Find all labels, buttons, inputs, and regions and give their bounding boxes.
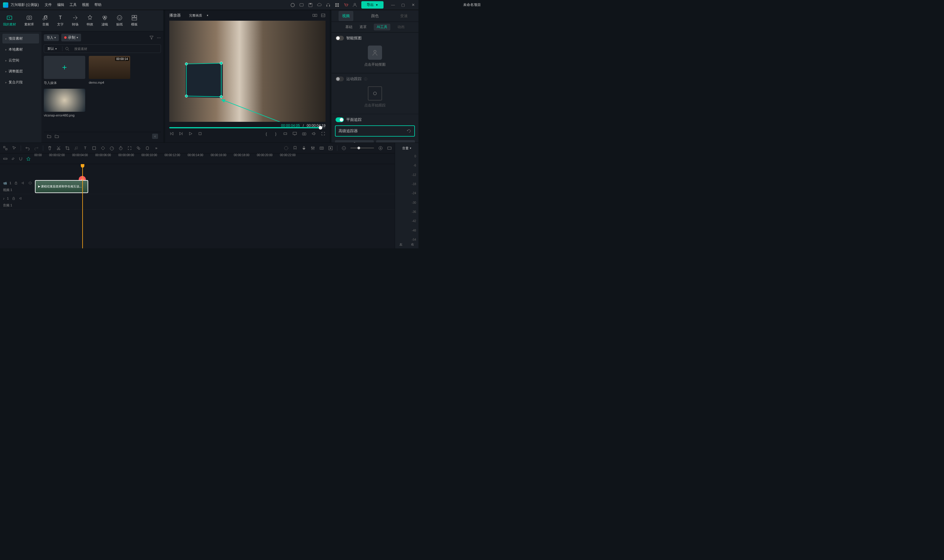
subtab-anim[interactable]: 动画 <box>398 25 404 29</box>
track-lock-icon[interactable] <box>14 181 19 185</box>
reset-tracker-icon[interactable] <box>407 129 411 133</box>
planar-tracking-toggle[interactable] <box>336 117 344 122</box>
subtab-mask[interactable]: 遮罩 <box>359 25 367 29</box>
cut-icon[interactable] <box>56 146 61 151</box>
sidebar-item-adjust[interactable]: ▸调整图层 <box>2 66 39 76</box>
undo-icon[interactable] <box>25 146 30 151</box>
compare-icon[interactable] <box>313 13 317 18</box>
track-add-icon[interactable] <box>3 156 8 161</box>
video-clip[interactable]: 课程结束后老师和学生相互说... <box>35 180 88 193</box>
redo-icon[interactable] <box>34 146 39 151</box>
render-icon[interactable] <box>328 146 333 151</box>
progress-knob[interactable] <box>319 126 322 129</box>
tab-text[interactable]: T文字 <box>57 14 63 27</box>
stop-icon[interactable] <box>198 131 202 136</box>
zoom-slider[interactable] <box>350 148 374 148</box>
more-tl-icon[interactable]: » <box>154 146 159 151</box>
screen-icon[interactable] <box>299 3 304 8</box>
ratio-icon[interactable] <box>283 131 288 136</box>
export-button[interactable]: 导出▼ <box>361 1 384 9</box>
auto-icon[interactable] <box>26 156 31 161</box>
snapshot-icon[interactable] <box>321 13 325 18</box>
tab-stock[interactable]: 素材库 <box>24 14 34 27</box>
zoom-fit-icon[interactable] <box>387 146 392 151</box>
playhead-head-icon[interactable] <box>81 164 84 168</box>
delete-tracker-button[interactable] <box>335 140 374 143</box>
prop-tab-video[interactable]: 视频 <box>339 11 353 21</box>
next-frame-icon[interactable] <box>179 131 184 136</box>
menu-file[interactable]: 文件 <box>45 2 52 8</box>
prop-tab-speed[interactable]: 变速 <box>396 11 411 21</box>
menu-edit[interactable]: 编辑 <box>57 2 64 8</box>
search-input[interactable] <box>72 46 160 52</box>
zoom-in-icon[interactable] <box>378 146 383 151</box>
motion-tracking-toggle[interactable] <box>336 77 344 81</box>
record-icon[interactable] <box>290 3 295 8</box>
camera-icon[interactable] <box>302 131 307 136</box>
tab-stickers[interactable]: 贴纸 <box>116 14 123 27</box>
speed-icon[interactable] <box>110 146 114 151</box>
grid-icon[interactable] <box>319 146 324 151</box>
shape-icon[interactable] <box>92 146 96 151</box>
more-icon[interactable]: ⋯ <box>156 35 161 40</box>
mark-in-icon[interactable]: { <box>264 131 269 136</box>
delete-icon[interactable] <box>47 146 52 151</box>
user-icon[interactable] <box>352 3 357 8</box>
prev-frame-icon[interactable] <box>169 131 174 136</box>
marker-icon[interactable] <box>293 146 298 151</box>
color-icon[interactable] <box>284 146 288 151</box>
mic-icon[interactable] <box>302 146 306 151</box>
import-media-tile[interactable]: + 导入媒体 <box>44 56 85 85</box>
maximize-icon[interactable]: ▢ <box>401 3 406 8</box>
collapse-icon[interactable]: ‹ <box>152 134 158 139</box>
mixer-icon[interactable] <box>310 146 315 151</box>
tab-effects[interactable]: 特效 <box>87 14 93 27</box>
timer-icon[interactable] <box>118 146 123 151</box>
tab-filters[interactable]: 滤镜 <box>102 14 108 27</box>
sort-dropdown[interactable]: 默认 ▾ <box>45 45 60 52</box>
cart-icon[interactable] <box>344 3 348 8</box>
quality-dropdown[interactable]: 完整画质 ▾ <box>186 12 211 19</box>
mark-out-icon[interactable]: } <box>273 131 278 136</box>
mask-icon[interactable] <box>145 146 150 151</box>
text-icon[interactable]: T <box>83 146 88 151</box>
tab-transition[interactable]: 转场 <box>72 14 79 27</box>
crop-icon[interactable] <box>65 146 70 151</box>
audio-lock-icon[interactable] <box>11 196 16 201</box>
apps-icon[interactable] <box>335 3 339 8</box>
sidebar-item-local[interactable]: ▸本地素材 <box>2 45 39 54</box>
sidebar-item-project[interactable]: ▸项目素材 <box>2 34 39 43</box>
subtab-ai[interactable]: AI工具 <box>374 24 390 31</box>
display-icon[interactable] <box>292 131 297 136</box>
audio-mute-icon[interactable] <box>19 196 23 201</box>
track-eye-icon[interactable] <box>28 181 32 185</box>
prop-tab-color[interactable]: 颜色 <box>367 11 383 21</box>
tab-audio[interactable]: 音频 <box>42 14 49 27</box>
magnet-icon[interactable] <box>19 156 23 161</box>
menu-help[interactable]: 帮助 <box>94 2 102 8</box>
preview-viewport[interactable] <box>169 21 325 122</box>
import-dropdown[interactable]: 导入 ▾ <box>44 34 59 41</box>
record-dropdown[interactable]: 录制 ▾ <box>61 34 81 42</box>
cutout-icon[interactable] <box>368 46 382 60</box>
volume-icon[interactable] <box>311 131 316 136</box>
headphones-icon[interactable] <box>326 3 330 8</box>
link-icon[interactable] <box>11 156 15 161</box>
tab-my-media[interactable]: 我的素材 <box>3 14 16 27</box>
tracker-handle-bl[interactable] <box>185 94 188 97</box>
tl-pointer-icon[interactable] <box>12 146 17 151</box>
menu-tools[interactable]: 工具 <box>69 2 77 8</box>
timeline-ruler[interactable]: 00:00 00:00:02:00 00:00:04:00 00:00:06:0… <box>34 154 395 164</box>
sidebar-item-cloud[interactable]: ▸云空间 <box>2 55 39 65</box>
advanced-tracker-row[interactable]: 高级追踪器 <box>335 125 415 137</box>
smart-cutout-toggle[interactable] <box>336 36 344 40</box>
tracker-handle-tl[interactable] <box>185 62 188 65</box>
tracking-target-icon[interactable] <box>368 86 382 100</box>
playhead[interactable] <box>82 164 83 248</box>
track-mute-icon[interactable] <box>21 181 25 185</box>
timeline-tracks[interactable]: 📹1 视频 1 课程结束后老师和学生相互说... <box>0 164 395 248</box>
media-item-vlcsnap[interactable]: vlcsnap-error480.png <box>44 89 85 117</box>
media-item-demo[interactable]: 00:00:14 demo.mp4 <box>89 56 130 85</box>
expand-icon[interactable] <box>127 146 132 151</box>
preview-progress[interactable] <box>169 127 325 128</box>
